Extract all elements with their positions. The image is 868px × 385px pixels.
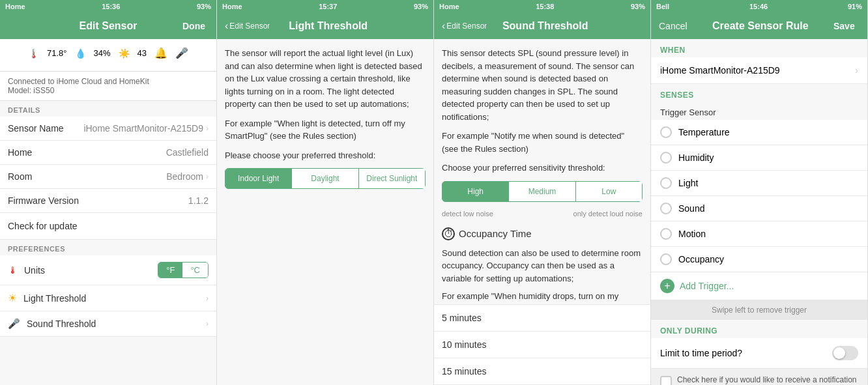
nav-bar-1: Edit Sensor Done	[0, 13, 216, 39]
occupancy-title: Occupancy Time	[459, 227, 532, 242]
motion-label: Motion	[678, 229, 706, 239]
battery-4: 91%	[848, 3, 862, 10]
limit-toggle[interactable]	[832, 346, 858, 360]
humidity-label: Humidity	[678, 152, 714, 163]
device-chevron-icon: ›	[855, 65, 858, 76]
time-5min[interactable]: 5 minutes	[434, 305, 650, 332]
medium-btn[interactable]: Medium	[508, 181, 575, 202]
units-thermo-icon: 🌡	[8, 264, 18, 276]
device-name: iHome SmartMonitor-A215D9	[660, 65, 780, 76]
motion-icon: 🔔	[154, 47, 167, 59]
device-row[interactable]: iHome SmartMonitor-A215D9 ›	[651, 57, 867, 84]
light-threshold-row[interactable]: ☀ Light Threshold ›	[0, 285, 216, 311]
temperature-radio[interactable]: Temperature	[651, 120, 867, 145]
hum-value: 34%	[94, 48, 111, 58]
back-arrow-icon-2: ‹	[225, 20, 228, 32]
light-radio-icon	[660, 177, 672, 189]
time-15min[interactable]: 15 minutes	[434, 358, 650, 385]
done-button[interactable]: Done	[182, 21, 209, 31]
firmware-value: 1.1.2	[188, 195, 209, 206]
chevron-icon: ›	[206, 124, 209, 133]
sound-radio[interactable]: Sound	[651, 196, 867, 221]
room-row[interactable]: Room Bedroom ›	[0, 165, 216, 189]
indoor-light-btn[interactable]: Indoor Light	[225, 168, 291, 189]
thermometer-icon: 🌡️	[28, 48, 39, 59]
light-radio[interactable]: Light	[651, 171, 867, 196]
status-bar-4: Bell 15:46 91%	[651, 0, 867, 13]
home-row: Home Castlefield	[0, 141, 216, 165]
sensor-name-row[interactable]: Sensor Name iHome SmartMonitor-A215D9 ›	[0, 117, 216, 141]
low-btn[interactable]: Low	[575, 181, 643, 202]
light-sun-icon: ☀	[8, 292, 17, 304]
high-btn[interactable]: High	[442, 181, 508, 202]
home-value: Castlefield	[166, 147, 209, 158]
sensor-info: 🌡️ 71.8° 💧 34% ☀️ 43 🔔 🎤	[0, 39, 216, 72]
light-segmented-ctrl: Indoor Light Daylight Direct Sunlight	[225, 168, 426, 189]
light-chevron-icon: ›	[206, 294, 209, 303]
loud-noise-label: only detect loud noise	[573, 208, 643, 220]
panel-sound-threshold: Home 15:38 93% ‹ Edit Sensor Sound Thres…	[434, 0, 651, 385]
occupancy-label: Occupancy	[678, 254, 724, 264]
sound-threshold-row[interactable]: 🎤 Sound Threshold ›	[0, 311, 216, 337]
carrier-3: Home	[439, 3, 459, 10]
occupancy-radio[interactable]: Occupancy	[651, 247, 867, 272]
status-bar-3: Home 15:38 93%	[434, 0, 650, 13]
sound-content: This sensor detects SPL (sound pressure …	[434, 39, 650, 304]
nav-title-1: Edit Sensor	[34, 20, 182, 32]
occupancy-radio-icon	[660, 253, 672, 265]
add-trigger-label: Add Trigger...	[680, 281, 734, 291]
fahrenheit-btn[interactable]: °F	[158, 263, 182, 278]
add-trigger-btn[interactable]: + Add Trigger...	[651, 272, 867, 300]
temp-value: 71.8°	[47, 48, 67, 58]
sound-mic-icon: 🎤	[8, 318, 20, 330]
celsius-btn[interactable]: °C	[182, 263, 208, 278]
carrier-1: Home	[5, 3, 25, 10]
humidity-radio-icon	[660, 152, 672, 164]
daylight-btn[interactable]: Daylight	[291, 168, 358, 189]
unit-toggle[interactable]: °F °C	[158, 262, 209, 278]
panel-create-rule: Bell 15:46 91% Cancel Create Sensor Rule…	[651, 0, 868, 385]
sensor-name-value: iHome SmartMonitor-A215D9 ›	[83, 123, 209, 134]
room-label: Room	[8, 171, 32, 182]
home-label: Home	[8, 147, 32, 158]
sound-labels: detect low noise only detect loud noise	[442, 208, 643, 220]
light-content: The sensor will report the actual light …	[217, 39, 433, 385]
sound-threshold-label: Sound Threshold	[27, 319, 199, 329]
low-noise-label: detect low noise	[442, 208, 493, 220]
cancel-button[interactable]: Cancel	[659, 21, 687, 31]
details-header: DETAILS	[0, 101, 216, 117]
temperature-label: Temperature	[678, 127, 730, 137]
notification-checkbox[interactable]	[660, 376, 672, 385]
humidity-icon: 💧	[75, 48, 86, 59]
direct-sunlight-btn[interactable]: Direct Sunlight	[358, 168, 426, 189]
battery-3: 93%	[631, 3, 645, 10]
nav-bar-3: ‹ Edit Sensor Sound Threshold	[434, 13, 650, 39]
sound-label: Sound	[678, 203, 704, 214]
sound-desc1: This sensor detects SPL (sound pressure …	[442, 47, 643, 123]
plus-circle-icon: +	[660, 279, 674, 293]
check-update-btn[interactable]: Check for update	[0, 213, 216, 240]
motion-radio[interactable]: Motion	[651, 221, 867, 247]
nav-title-4: Create Sensor Rule	[687, 20, 833, 32]
humidity-radio[interactable]: Humidity	[651, 145, 867, 171]
back-button-3[interactable]: ‹ Edit Sensor	[442, 20, 487, 32]
nav-title-3: Sound Threshold	[487, 20, 603, 32]
carrier-4: Bell	[656, 3, 669, 10]
senses-header: SENSES	[651, 84, 867, 102]
sensor-icons: 🌡️ 71.8° 💧 34% ☀️ 43 🔔 🎤	[8, 47, 209, 59]
panel-edit-sensor: Home 15:36 93% Edit Sensor Done 🌡️ 71.8°…	[0, 0, 217, 385]
sun-icon: ☀️	[119, 48, 130, 59]
light-desc1: The sensor will report the actual light …	[225, 47, 426, 111]
time-3: 15:38	[536, 3, 554, 10]
time-10min[interactable]: 10 minutes	[434, 332, 650, 358]
time-4: 15:46	[749, 3, 768, 10]
save-button[interactable]: Save	[833, 21, 860, 31]
mic-icon: 🎤	[175, 47, 188, 59]
back-button-2[interactable]: ‹ Edit Sensor	[225, 20, 270, 32]
units-label: Units	[24, 265, 151, 276]
sound-desc2: For example "Notify me when sound is det…	[442, 130, 643, 155]
trigger-sensor-label: Trigger Sensor	[651, 102, 867, 120]
limit-label: Limit to time period?	[660, 348, 742, 358]
nav-title-2: Light Threshold	[270, 20, 386, 32]
light-desc2: For example "When light is detected, tur…	[225, 117, 426, 143]
